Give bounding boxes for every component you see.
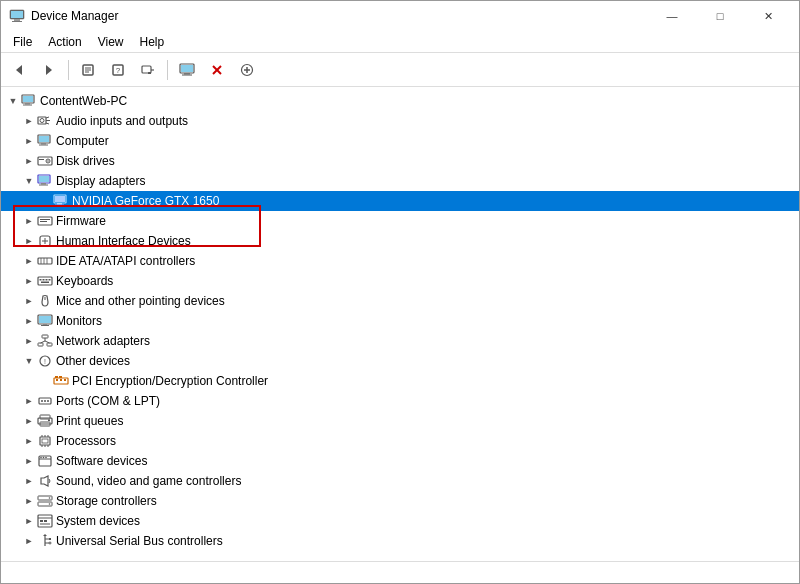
expander-network[interactable]: ► [21,333,37,349]
tree-item-system[interactable]: ► System devices [1,511,799,531]
tree-item-disk[interactable]: ► Disk drives [1,151,799,171]
tree-item-storage[interactable]: ► Storage controllers [1,491,799,511]
display-label: Display adapters [56,174,145,188]
maximize-button[interactable]: □ [697,1,743,31]
svg-rect-50 [40,219,50,220]
tree-item-root[interactable]: ▼ ContentWeb-PC [1,91,799,111]
menu-file[interactable]: File [5,33,40,51]
software-label: Software devices [56,454,147,468]
svg-rect-44 [39,185,48,186]
toolbar-properties[interactable] [74,56,102,84]
svg-rect-82 [60,379,62,381]
svg-rect-64 [41,282,49,284]
expander-usb[interactable]: ► [21,533,37,549]
print-label: Print queues [56,414,123,428]
tree-item-print[interactable]: ► Print queues [1,411,799,431]
system-icon [37,513,53,529]
svg-rect-36 [39,145,48,146]
tree-item-mice[interactable]: ► Mice and other pointing devices [1,291,799,311]
disk-icon [37,153,53,169]
expander-audio[interactable]: ► [21,113,37,129]
expander-computer[interactable]: ► [21,133,37,149]
menu-help[interactable]: Help [132,33,173,51]
tree-item-other[interactable]: ▼ ! Other devices [1,351,799,371]
expander-processors[interactable]: ► [21,433,37,449]
device-manager-window: Device Manager — □ ✕ File Action View He… [0,0,800,584]
display-icon [37,173,53,189]
svg-rect-26 [25,103,30,105]
tree-item-hid[interactable]: ► Human Interface Devices [1,231,799,251]
svg-rect-51 [40,221,47,222]
toolbar-monitor[interactable] [173,56,201,84]
tree-content[interactable]: ▼ ContentWeb-PC ► [1,87,799,561]
expander-ide[interactable]: ► [21,253,37,269]
audio-label: Audio inputs and outputs [56,114,188,128]
root-label: ContentWeb-PC [40,94,127,108]
toolbar: ? [1,53,799,87]
tree-item-ports[interactable]: ► Ports (COM & LPT) [1,391,799,411]
expander-other[interactable]: ▼ [21,353,37,369]
expander-display[interactable]: ▼ [21,173,37,189]
svg-rect-113 [44,520,47,522]
tree-item-keyboards[interactable]: ► Keyboards [1,271,799,291]
title-controls: — □ ✕ [649,1,791,31]
expander-print[interactable]: ► [21,413,37,429]
toolbar-remove[interactable] [203,56,231,84]
svg-rect-92 [40,437,50,445]
tree-item-processors[interactable]: ► Processors [1,431,799,451]
expander-system[interactable]: ► [21,513,37,529]
expander-sound[interactable]: ► [21,473,37,489]
svg-rect-18 [182,74,192,75]
toolbar-back[interactable] [5,56,33,84]
expander-root[interactable]: ▼ [5,93,21,109]
toolbar-forward[interactable] [35,56,63,84]
expander-firmware[interactable]: ► [21,213,37,229]
svg-rect-61 [43,279,45,281]
tree-item-monitors[interactable]: ► Monitors [1,311,799,331]
menu-action[interactable]: Action [40,33,89,51]
tree-item-usb[interactable]: ► Universal Serial Bus controllers [1,531,799,551]
tree-item-display[interactable]: ▼ Display adapters [1,171,799,191]
network-icon [37,333,53,349]
svg-text:!: ! [44,358,46,365]
nvidia-icon [53,193,69,209]
toolbar-scan[interactable] [134,56,162,84]
minimize-button[interactable]: — [649,1,695,31]
tree-item-firmware[interactable]: ► Firmware [1,211,799,231]
svg-rect-118 [49,538,51,540]
svg-point-102 [40,457,42,459]
tree-item-software[interactable]: ► Software devices [1,451,799,471]
expander-storage[interactable]: ► [21,493,37,509]
usb-label: Universal Serial Bus controllers [56,534,223,548]
disk-label: Disk drives [56,154,115,168]
svg-rect-69 [41,325,49,326]
tree-item-nvidia[interactable]: NVIDIA GeForce GTX 1650 [1,191,799,211]
expander-disk[interactable]: ► [21,153,37,169]
expander-monitors[interactable]: ► [21,313,37,329]
expander-software[interactable]: ► [21,453,37,469]
svg-point-104 [45,457,47,459]
network-label: Network adapters [56,334,150,348]
tree-item-pci[interactable]: PCI Encryption/Decryption Controller [1,371,799,391]
svg-point-120 [49,542,51,544]
tree-item-computer[interactable]: ► Computer [1,131,799,151]
toolbar-add[interactable] [233,56,261,84]
tree-item-audio[interactable]: ► Audio inputs and outputs [1,111,799,131]
svg-rect-80 [59,376,62,378]
computer2-icon [37,133,53,149]
expander-keyboards[interactable]: ► [21,273,37,289]
pci-icon [53,373,69,389]
expander-hid[interactable]: ► [21,233,37,249]
svg-marker-5 [46,65,52,75]
toolbar-update-driver[interactable]: ? [104,56,132,84]
window-title: Device Manager [31,9,118,23]
mouse-icon [37,293,53,309]
tree-item-sound[interactable]: ► Sound, video and game controllers [1,471,799,491]
close-button[interactable]: ✕ [745,1,791,31]
expander-mice[interactable]: ► [21,293,37,309]
menu-view[interactable]: View [90,33,132,51]
tree-item-network[interactable]: ► Network adapters [1,331,799,351]
expander-ports[interactable]: ► [21,393,37,409]
tree-item-ide[interactable]: ► IDE ATA/ATAPI controllers [1,251,799,271]
svg-rect-83 [64,379,66,381]
